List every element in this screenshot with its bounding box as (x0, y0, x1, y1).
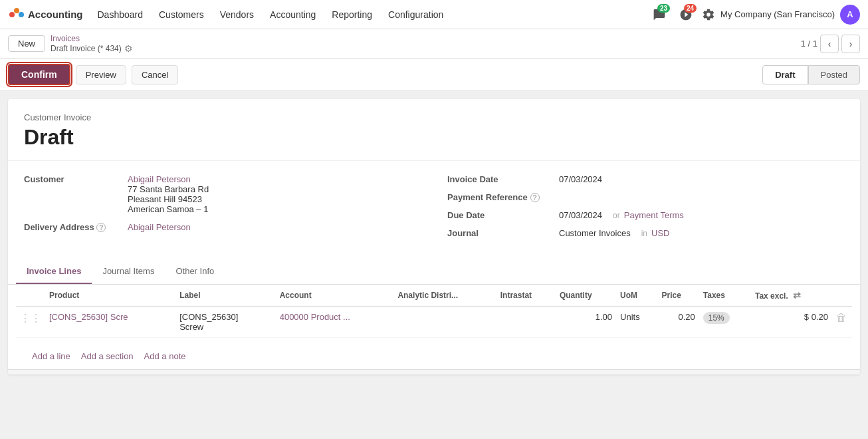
tabs-bar: Invoice Lines Journal Items Other Info (8, 259, 860, 285)
th-tax-excl[interactable]: Tax excl. ⇄ (751, 285, 832, 307)
breadcrumb-current: Draft Invoice (* 434) ⚙ (51, 43, 133, 54)
activity-count: 24 (684, 4, 697, 13)
status-draft[interactable]: Draft (762, 65, 808, 84)
quantity-cell[interactable]: 1.00 (556, 307, 616, 338)
th-quantity[interactable]: Quantity (556, 285, 616, 307)
account-link[interactable]: 400000 Product ... (280, 312, 350, 322)
invoice-lines-table: Product Label Account Analytic Distri...… (16, 285, 852, 338)
cancel-button[interactable]: Cancel (132, 65, 178, 84)
journal-row: Journal Customer Invoices in USD (447, 228, 844, 238)
table-header-row: Product Label Account Analytic Distri...… (16, 285, 852, 307)
tab-journal-items[interactable]: Journal Items (92, 259, 165, 284)
status-posted[interactable]: Posted (808, 65, 860, 84)
invoice-date-value[interactable]: 07/03/2024 (559, 174, 602, 184)
tax-excl-cell: $ 0.20 (751, 307, 832, 338)
customer-address2: Pleasant Hill 94523 (128, 194, 209, 204)
product-link[interactable]: [CONS_25630] Scre (49, 312, 128, 322)
currency-value[interactable]: USD (651, 228, 669, 238)
status-bar: Draft Posted (762, 65, 860, 84)
record-navigation: 1 / 1 ‹ › (801, 35, 860, 53)
delivery-help-icon[interactable]: ? (96, 223, 106, 232)
add-note-link[interactable]: Add a note (144, 351, 186, 361)
svg-point-1 (14, 8, 19, 13)
tab-other-info[interactable]: Other Info (165, 259, 225, 284)
uom-cell[interactable]: Units (616, 307, 658, 338)
nav-accounting[interactable]: Accounting (263, 5, 322, 24)
th-uom[interactable]: UoM (616, 285, 658, 307)
journal-extras: in USD (641, 228, 670, 238)
tab-invoice-lines[interactable]: Invoice Lines (16, 259, 92, 284)
label-cell[interactable]: [CONS_25630] Screw (175, 307, 276, 338)
th-account[interactable]: Account (276, 285, 394, 307)
svg-point-0 (9, 12, 15, 17)
customer-address3: American Samoa – 1 (128, 204, 209, 214)
th-analytic[interactable]: Analytic Distri... (393, 285, 496, 307)
payment-terms-link[interactable]: Payment Terms (624, 210, 684, 220)
invoice-right-fields: Invoice Date 07/03/2024 Payment Referenc… (447, 174, 844, 246)
th-price[interactable]: Price (658, 285, 699, 307)
breadcrumb: Invoices Draft Invoice (* 434) ⚙ (51, 34, 133, 54)
breadcrumb-link[interactable]: Invoices (51, 34, 133, 43)
activity-button[interactable]: 24 (675, 4, 697, 25)
payment-ref-row: Payment Reference ? (447, 192, 844, 202)
delete-row-icon[interactable]: 🗑 (836, 312, 847, 323)
customer-label: Customer (24, 174, 117, 184)
invoice-header: Customer Invoice Draft (8, 99, 860, 161)
product-cell[interactable]: [CONS_25630] Scre (45, 307, 175, 338)
nav-customers[interactable]: Customers (152, 5, 211, 24)
preview-button[interactable]: Preview (76, 65, 126, 84)
page-indicator: 1 / 1 (801, 39, 817, 49)
table-row: ⋮⋮ [CONS_25630] Scre [CONS_25630] Screw … (16, 307, 852, 338)
delivery-address-field-row: Delivery Address ? Abigail Peterson (24, 222, 421, 232)
th-drag (16, 285, 45, 307)
add-section-link[interactable]: Add a section (81, 351, 134, 361)
due-date-label: Due Date (447, 210, 554, 220)
invoice-lines-table-area: Product Label Account Analytic Distri...… (8, 285, 860, 346)
messaging-button[interactable]: 23 (649, 4, 670, 25)
messaging-count: 23 (657, 4, 670, 13)
th-actions (832, 285, 852, 307)
top-navigation: Accounting Dashboard Customers Vendors A… (0, 0, 868, 29)
journal-label: Journal (447, 228, 554, 238)
add-line-link[interactable]: Add a line (32, 351, 70, 361)
action-bar: Confirm Preview Cancel Draft Posted (0, 59, 868, 91)
invoice-type: Customer Invoice (24, 112, 844, 122)
journal-value[interactable]: Customer Invoices (559, 228, 631, 238)
payment-ref-help-icon[interactable]: ? (530, 193, 540, 202)
intrastat-cell[interactable] (496, 307, 556, 338)
record-settings-icon[interactable]: ⚙ (124, 43, 133, 54)
th-intrastat[interactable]: Intrastat (496, 285, 556, 307)
delivery-address-value[interactable]: Abigail Peterson (128, 222, 191, 232)
nav-dashboard[interactable]: Dashboard (91, 5, 150, 24)
invoice-title: Draft (24, 125, 844, 150)
customer-name[interactable]: Abigail Peterson (128, 174, 209, 184)
user-avatar[interactable]: A (840, 5, 860, 25)
company-name[interactable]: My Company (San Francisco) (720, 9, 835, 19)
analytic-cell[interactable] (393, 307, 496, 338)
drag-handle-icon[interactable]: ⋮⋮ (20, 313, 41, 324)
price-cell[interactable]: 0.20 (658, 307, 699, 338)
scroll-bar-area (8, 369, 860, 374)
delete-cell: 🗑 (832, 307, 852, 338)
taxes-cell: 15% (699, 307, 751, 338)
account-cell[interactable]: 400000 Product ... (276, 307, 394, 338)
svg-point-2 (19, 12, 24, 17)
th-label[interactable]: Label (175, 285, 276, 307)
nav-reporting[interactable]: Reporting (325, 5, 379, 24)
confirm-button[interactable]: Confirm (8, 64, 70, 85)
tax-badge[interactable]: 15% (703, 312, 730, 324)
nav-configuration[interactable]: Configuration (381, 5, 450, 24)
prev-record-button[interactable]: ‹ (820, 35, 839, 53)
settings-icon[interactable] (702, 8, 715, 21)
topnav-right: 23 24 My Company (San Francisco) A (649, 4, 860, 25)
th-taxes[interactable]: Taxes (699, 285, 751, 307)
th-product[interactable]: Product (45, 285, 175, 307)
column-settings-icon[interactable]: ⇄ (793, 290, 801, 301)
due-date-value[interactable]: 07/03/2024 (559, 210, 602, 220)
odoo-logo-icon (8, 7, 24, 23)
new-button[interactable]: New (8, 35, 45, 52)
nav-vendors[interactable]: Vendors (213, 5, 261, 24)
payment-ref-label: Payment Reference ? (447, 192, 554, 202)
next-record-button[interactable]: › (841, 35, 860, 53)
app-logo[interactable]: Accounting (8, 7, 83, 23)
